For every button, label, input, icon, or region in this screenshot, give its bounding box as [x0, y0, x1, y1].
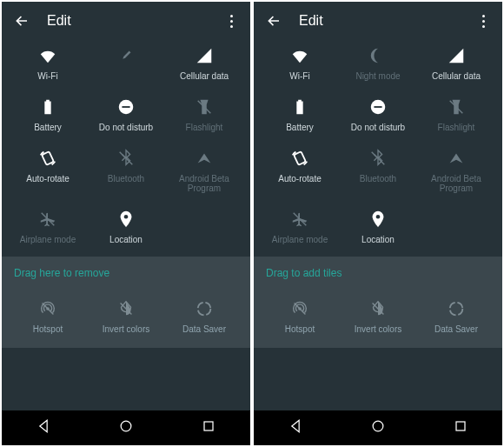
battery-icon: [37, 97, 58, 117]
location-icon: [116, 209, 136, 230]
tile-label: Hotspot: [285, 324, 315, 334]
tile-battery[interactable]: Battery: [261, 97, 339, 132]
tile-eyedropper[interactable]: [87, 45, 165, 81]
tile-label: Data Saver: [434, 324, 478, 334]
bluetooth-icon: [368, 148, 388, 169]
drag-hint: Drag here to remove: [2, 257, 250, 290]
nav-home-icon[interactable]: [117, 417, 135, 438]
nav-home-icon[interactable]: [369, 417, 387, 438]
airplane-icon: [37, 209, 58, 230]
beta-icon: [446, 148, 467, 169]
tile-dnd[interactable]: Do not disturb: [339, 97, 417, 132]
tile-beta[interactable]: Android Beta Program: [417, 148, 495, 193]
extra-tile-hotspot[interactable]: Hotspot: [261, 298, 339, 334]
page-title: Edit: [47, 13, 224, 29]
tile-flashlight[interactable]: Flashlight: [165, 97, 243, 132]
tile-label: Airplane mode: [272, 235, 328, 244]
tile-cellular[interactable]: Cellular data: [417, 45, 495, 81]
invert-icon: [368, 298, 388, 319]
drag-hint: Drag to add tiles: [254, 257, 502, 290]
tile-wifi[interactable]: Wi-Fi: [9, 45, 87, 81]
overflow-menu-icon[interactable]: [224, 15, 238, 28]
nav-bar: [2, 410, 250, 445]
tile-label: Location: [109, 235, 143, 244]
flashlight-icon: [194, 97, 215, 117]
hotspot-icon: [37, 298, 58, 319]
tile-dnd[interactable]: Do not disturb: [87, 97, 165, 132]
nightmode-icon: [368, 45, 388, 66]
phone-right: Edit Wi-Fi Night mode Cellular data Batt…: [254, 2, 502, 445]
tile-label: Flashlight: [186, 123, 223, 132]
invert-icon: [116, 298, 136, 319]
tile-wifi[interactable]: Wi-Fi: [261, 45, 339, 81]
tile-autorotate[interactable]: Auto-rotate: [261, 148, 339, 193]
header: Edit: [2, 2, 250, 40]
tile-label: Battery: [286, 123, 314, 132]
tile-nightmode[interactable]: Night mode: [339, 45, 417, 81]
extra-tile-row: Hotspot Invert colors Data Saver: [254, 290, 502, 348]
tile-label: Auto-rotate: [26, 174, 69, 183]
tile-flashlight[interactable]: Flashlight: [417, 97, 495, 132]
tile-airplane[interactable]: Airplane mode: [261, 209, 339, 244]
wifi-icon: [289, 45, 310, 66]
back-icon[interactable]: [14, 13, 30, 29]
tile-label: Wi-Fi: [289, 71, 309, 81]
tile-label: Android Beta Program: [165, 174, 243, 193]
autorotate-icon: [289, 148, 310, 169]
datasaver-icon: [194, 298, 215, 319]
hotspot-icon: [289, 298, 310, 319]
header: Edit: [254, 2, 502, 40]
tile-label: Wi-Fi: [37, 71, 57, 81]
tile-label: Cellular data: [432, 71, 481, 81]
cellular-icon: [446, 45, 467, 66]
tile-label: Flashlight: [438, 123, 475, 132]
battery-icon: [289, 97, 310, 117]
cellular-icon: [194, 45, 215, 66]
bluetooth-icon: [116, 148, 136, 169]
tile-grid: Wi-Fi Night mode Cellular data Battery D…: [254, 40, 502, 257]
location-icon: [368, 209, 388, 230]
tile-label: Invert colors: [103, 324, 149, 334]
tile-label: Do not disturb: [351, 123, 405, 132]
airplane-icon: [289, 209, 310, 230]
extra-tile-invert[interactable]: Invert colors: [339, 298, 417, 334]
tile-grid: Wi-Fi Cellular data Battery Do not distu…: [2, 40, 250, 257]
extra-tile-datasaver[interactable]: Data Saver: [417, 298, 495, 334]
nav-recent-icon[interactable]: [200, 417, 217, 438]
phone-left: Edit Wi-Fi Cellular data Battery Do not …: [2, 2, 250, 445]
dnd-icon: [116, 97, 136, 117]
beta-icon: [194, 148, 215, 169]
extra-tile-row: Hotspot Invert colors Data Saver: [2, 290, 250, 348]
wifi-icon: [37, 45, 58, 66]
overflow-menu-icon[interactable]: [476, 15, 490, 28]
tile-battery[interactable]: Battery: [9, 97, 87, 132]
back-icon[interactable]: [266, 13, 282, 29]
tile-bluetooth[interactable]: Bluetooth: [339, 148, 417, 193]
tile-bluetooth[interactable]: Bluetooth: [87, 148, 165, 193]
tile-label: Location: [361, 235, 395, 244]
tile-label: Invert colors: [355, 324, 401, 334]
flashlight-icon: [446, 97, 467, 117]
dnd-icon: [368, 97, 388, 117]
tile-label: Night mode: [355, 71, 400, 81]
extra-tile-hotspot[interactable]: Hotspot: [9, 298, 87, 334]
nav-recent-icon[interactable]: [452, 417, 469, 438]
tile-label: Bluetooth: [108, 174, 144, 183]
nav-back-icon[interactable]: [35, 417, 52, 438]
tile-airplane[interactable]: Airplane mode: [9, 209, 87, 244]
tile-label: Auto-rotate: [278, 174, 321, 183]
tile-label: Android Beta Program: [417, 174, 495, 193]
tile-location[interactable]: Location: [339, 209, 417, 244]
tile-label: Do not disturb: [99, 123, 153, 132]
tile-beta[interactable]: Android Beta Program: [165, 148, 243, 193]
tile-cellular[interactable]: Cellular data: [165, 45, 243, 81]
datasaver-icon: [446, 298, 467, 319]
extra-tile-invert[interactable]: Invert colors: [87, 298, 165, 334]
nav-bar: [254, 410, 502, 445]
tile-location[interactable]: Location: [87, 209, 165, 244]
nav-back-icon[interactable]: [287, 417, 304, 438]
tile-label: Airplane mode: [20, 235, 76, 244]
tile-label: Cellular data: [180, 71, 229, 81]
tile-autorotate[interactable]: Auto-rotate: [9, 148, 87, 193]
extra-tile-datasaver[interactable]: Data Saver: [165, 298, 243, 334]
